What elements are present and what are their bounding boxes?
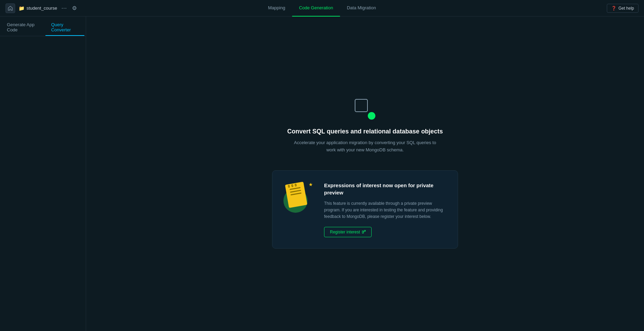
tab-code-generation[interactable]: Code Generation [292, 0, 340, 17]
sidebar-tab-bar: Generate App Code Query Converter [0, 19, 86, 36]
project-name-text: student_course [27, 6, 57, 11]
external-link-icon [362, 230, 366, 234]
help-icon: ❓ [611, 6, 616, 11]
spiral-dot-2 [291, 184, 293, 187]
card-body: Expressions of interest now open for pri… [324, 182, 447, 238]
sidebar-tab-query-converter[interactable]: Query Converter [45, 19, 84, 36]
notebook-line-1 [290, 187, 301, 190]
notebook-spiral [288, 183, 297, 188]
hero-illustration [355, 99, 375, 120]
notebook-icon [285, 181, 308, 208]
spiral-dot-3 [294, 183, 297, 187]
register-interest-button[interactable]: Register interest [324, 227, 372, 237]
get-help-button[interactable]: ❓ Get help [607, 4, 638, 13]
project-label: 📁 student_course [19, 6, 57, 11]
register-button-label: Register interest [330, 230, 360, 234]
main-layout: Generate App Code Query Converter Conver… [0, 17, 644, 331]
notebook-line-2 [290, 190, 301, 193]
more-options-button[interactable]: ⋯ [61, 5, 67, 12]
home-icon [8, 6, 13, 11]
hero-subtitle: Accelerate your application migration by… [293, 139, 437, 154]
square-outline-icon [355, 99, 368, 112]
sidebar: Generate App Code Query Converter [0, 17, 86, 331]
nav-center-tabs: Mapping Code Generation Data Migration [261, 0, 383, 17]
card-description: This feature is currently available thro… [324, 200, 447, 220]
hero-title: Convert SQL queries and relational datab… [287, 128, 443, 135]
nav-right: ❓ Get help [607, 4, 638, 13]
green-circle-icon [368, 112, 375, 120]
star-badge-icon: ★ [309, 182, 313, 187]
card-illustration: ★ [283, 182, 314, 213]
tab-data-migration[interactable]: Data Migration [340, 0, 383, 17]
get-help-label: Get help [619, 6, 634, 11]
spiral-dot-1 [288, 184, 290, 188]
sidebar-tab-generate-app-code[interactable]: Generate App Code [1, 19, 45, 36]
top-navigation: 📁 student_course ⋯ ⚙ Mapping Code Genera… [0, 0, 644, 17]
nav-left: 📁 student_course ⋯ ⚙ [6, 3, 78, 13]
card-title: Expressions of interest now open for pri… [324, 182, 447, 196]
main-content-area: Convert SQL queries and relational datab… [86, 17, 644, 331]
tab-mapping[interactable]: Mapping [261, 0, 292, 17]
home-button[interactable] [6, 3, 15, 13]
settings-button[interactable]: ⚙ [71, 5, 78, 12]
notebook-line-3 [291, 192, 302, 195]
preview-card: ★ Expressions of interest now open for p… [272, 170, 458, 249]
folder-icon: 📁 [19, 6, 24, 11]
